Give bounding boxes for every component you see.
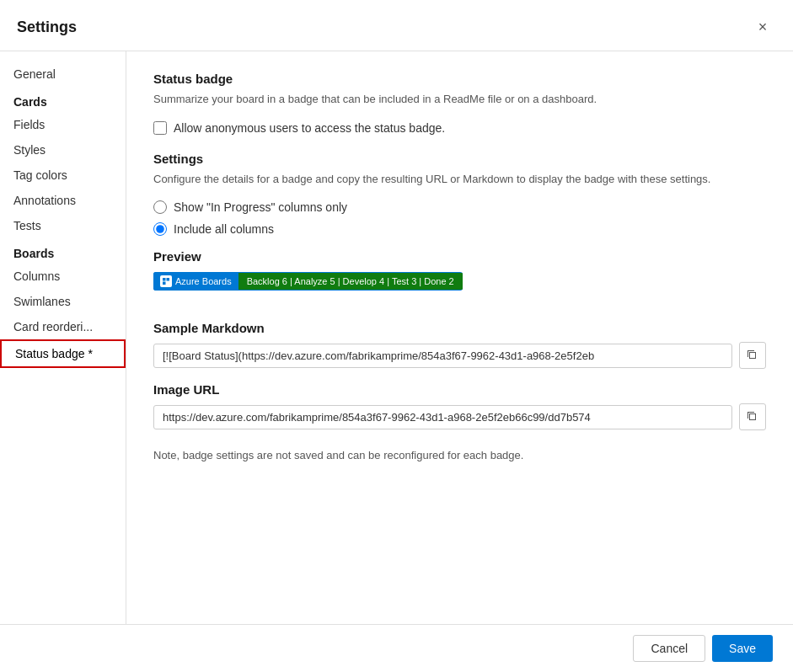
image-url-input[interactable] [153,405,732,429]
sidebar-item-fields[interactable]: Fields [0,112,126,137]
sidebar-item-status-badge[interactable]: Status badge * [0,339,126,368]
sidebar-item-tag-colors[interactable]: Tag colors [0,163,126,188]
sidebar-item-annotations[interactable]: Annotations [0,188,126,213]
dialog-footer: Cancel Save [0,624,793,672]
in-progress-radio-row: Show "In Progress" columns only [153,200,766,214]
sidebar-item-tests[interactable]: Tests [0,213,126,238]
sidebar-cards-header: Cards [0,87,126,112]
copy-url-button[interactable] [739,403,766,430]
badge-logo: Azure Boards [153,272,238,291]
all-columns-radio-label: Include all columns [174,222,274,236]
in-progress-radio[interactable] [153,200,167,214]
copy-url-icon [746,410,759,424]
preview-badge: Azure Boards Backlog 6 | Analyze 5 | Dev… [153,272,463,291]
preview-label: Preview [153,249,766,264]
dialog-body: General Cards Fields Styles Tag colors A… [0,51,793,624]
svg-rect-2 [163,282,166,285]
in-progress-radio-label: Show "In Progress" columns only [174,200,347,214]
anonymous-checkbox[interactable] [153,121,167,135]
note-text: Note, badge settings are not saved and c… [153,447,766,464]
settings-section-desc: Configure the details for a badge and co… [153,171,766,188]
settings-dialog: Settings × General Cards Fields Styles T… [0,0,793,672]
sidebar-item-columns[interactable]: Columns [0,264,126,289]
sample-markdown-row [153,342,766,369]
sidebar: General Cards Fields Styles Tag colors A… [0,51,126,624]
settings-section-title: Settings [153,152,766,166]
sidebar-item-general[interactable]: General [0,61,126,87]
sidebar-item-styles[interactable]: Styles [0,137,126,163]
all-columns-radio-row: Include all columns [153,222,766,236]
copy-icon [746,349,759,362]
dialog-title: Settings [17,19,77,36]
sample-markdown-label: Sample Markdown [153,321,766,335]
badge-name: Azure Boards [175,276,232,286]
sample-markdown-input[interactable] [153,344,732,368]
badge-stats: Backlog 6 | Analyze 5 | Develop 4 | Test… [238,273,463,290]
svg-rect-0 [163,278,166,281]
dialog-header: Settings × [0,0,793,51]
image-url-label: Image URL [153,382,766,397]
main-content: Status badge Summarize your board in a b… [126,51,793,624]
svg-rect-1 [167,278,170,281]
status-badge-title: Status badge [153,72,766,86]
anonymous-access-row: Allow anonymous users to access the stat… [153,121,766,135]
save-button[interactable]: Save [712,635,773,662]
sidebar-item-card-reordering[interactable]: Card reorderi... [0,314,126,339]
image-url-row [153,403,766,430]
all-columns-radio[interactable] [153,222,167,236]
azure-boards-icon [160,275,172,287]
cancel-button[interactable]: Cancel [633,635,705,662]
copy-markdown-button[interactable] [739,342,766,369]
status-badge-desc: Summarize your board in a badge that can… [153,91,766,108]
sidebar-item-swimlanes[interactable]: Swimlanes [0,289,126,314]
anonymous-checkbox-label: Allow anonymous users to access the stat… [174,121,445,135]
sidebar-boards-header: Boards [0,238,126,264]
close-button[interactable]: × [749,13,776,40]
